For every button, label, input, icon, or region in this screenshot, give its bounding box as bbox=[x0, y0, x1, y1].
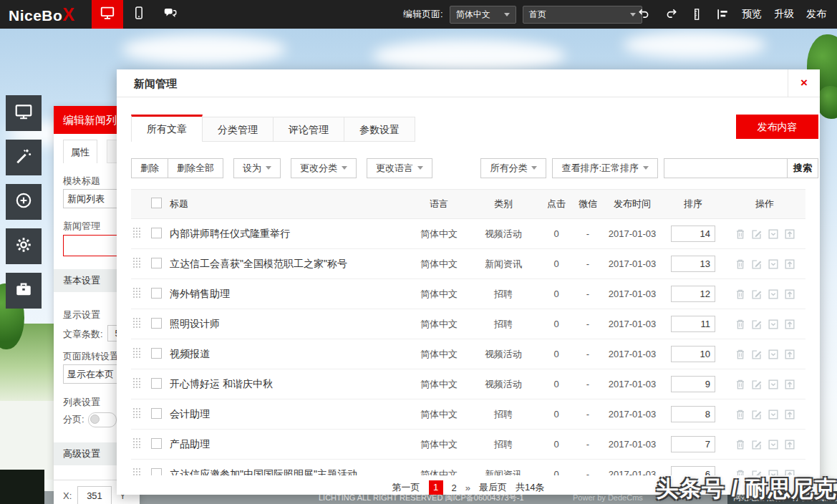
check-icon[interactable] bbox=[767, 408, 780, 421]
page-2-link[interactable]: 2 bbox=[452, 483, 457, 493]
tab-properties[interactable]: 属性 bbox=[63, 140, 97, 163]
drag-handle-icon[interactable] bbox=[132, 317, 141, 329]
x-input[interactable] bbox=[77, 486, 112, 504]
edit-icon[interactable] bbox=[750, 348, 763, 361]
row-title[interactable]: 海外销售助理 bbox=[167, 288, 410, 301]
delete-icon[interactable] bbox=[734, 438, 747, 451]
sidebar-item-settings[interactable] bbox=[6, 228, 42, 264]
check-icon[interactable] bbox=[767, 378, 780, 391]
delete-icon[interactable] bbox=[734, 348, 747, 361]
sort-input[interactable] bbox=[671, 316, 715, 332]
tab-comment-management[interactable]: 评论管理 bbox=[273, 117, 344, 142]
row-checkbox[interactable] bbox=[151, 408, 162, 419]
sidebar-item-desktop[interactable] bbox=[6, 95, 42, 131]
last-page-link[interactable]: 最后页 bbox=[479, 481, 507, 494]
delete-icon[interactable] bbox=[734, 288, 747, 301]
preview-action[interactable]: 预览 bbox=[742, 8, 762, 21]
row-title[interactable]: 立达信工会喜获"全国模范职工之家"称号 bbox=[167, 258, 410, 271]
drag-handle-icon[interactable] bbox=[132, 377, 141, 389]
undo-icon[interactable] bbox=[637, 7, 652, 21]
desktop-view-button[interactable] bbox=[92, 0, 123, 29]
next-pages-link[interactable]: » bbox=[465, 483, 470, 493]
edit-icon[interactable] bbox=[750, 408, 763, 421]
sort-view-dropdown[interactable]: 查看排序:正常排序 bbox=[552, 158, 658, 178]
delete-icon[interactable] bbox=[734, 258, 747, 271]
row-title[interactable]: 照明设计师 bbox=[167, 318, 410, 331]
sort-input[interactable] bbox=[671, 226, 715, 242]
delete-icon[interactable] bbox=[734, 318, 747, 331]
check-icon[interactable] bbox=[767, 348, 780, 361]
sort-input[interactable] bbox=[671, 376, 715, 392]
search-input[interactable] bbox=[664, 158, 788, 178]
move-top-icon[interactable] bbox=[783, 378, 796, 391]
sort-input[interactable] bbox=[671, 286, 715, 302]
page-select[interactable]: 首页 bbox=[523, 6, 642, 24]
delete-icon[interactable] bbox=[734, 228, 747, 241]
publish-content-button[interactable]: 发布内容 bbox=[736, 115, 818, 139]
change-category-dropdown[interactable]: 更改分类 bbox=[291, 158, 357, 178]
select-all-checkbox[interactable] bbox=[151, 198, 162, 208]
sort-input[interactable] bbox=[671, 406, 715, 422]
search-button[interactable]: 搜索 bbox=[787, 158, 818, 178]
edit-icon[interactable] bbox=[750, 258, 763, 271]
move-top-icon[interactable] bbox=[783, 228, 796, 241]
all-categories-dropdown[interactable]: 所有分类 bbox=[480, 158, 546, 178]
check-icon[interactable] bbox=[767, 288, 780, 301]
first-page-link[interactable]: 第一页 bbox=[392, 481, 420, 494]
row-checkbox[interactable] bbox=[151, 348, 162, 359]
sidebar-item-business[interactable] bbox=[6, 273, 42, 309]
check-icon[interactable] bbox=[767, 258, 780, 271]
delete-icon[interactable] bbox=[734, 378, 747, 391]
drag-handle-icon[interactable] bbox=[132, 227, 141, 238]
drag-handle-icon[interactable] bbox=[132, 287, 141, 299]
move-top-icon[interactable] bbox=[783, 318, 796, 331]
row-title[interactable]: 内部讲师聘任仪式隆重举行 bbox=[167, 228, 410, 241]
delete-icon[interactable] bbox=[734, 408, 747, 421]
move-top-icon[interactable] bbox=[783, 348, 796, 361]
change-language-dropdown[interactable]: 更改语言 bbox=[367, 158, 432, 178]
drag-handle-icon[interactable] bbox=[132, 347, 141, 359]
drag-handle-icon[interactable] bbox=[132, 437, 141, 449]
edit-icon[interactable] bbox=[750, 378, 763, 391]
guides-icon[interactable] bbox=[715, 7, 730, 21]
move-top-icon[interactable] bbox=[783, 408, 796, 421]
upgrade-action[interactable]: 升级 bbox=[774, 8, 794, 21]
row-checkbox[interactable] bbox=[151, 318, 162, 329]
row-title[interactable]: 立达信应邀参加"中国国际照明展"主题活动 bbox=[167, 468, 410, 476]
mobile-view-button[interactable] bbox=[123, 0, 155, 29]
set-as-dropdown[interactable]: 设为 bbox=[233, 158, 281, 178]
tab-parameter-settings[interactable]: 参数设置 bbox=[344, 117, 415, 142]
row-checkbox[interactable] bbox=[151, 228, 162, 238]
row-checkbox[interactable] bbox=[151, 378, 162, 389]
drag-handle-icon[interactable] bbox=[132, 407, 141, 419]
ruler-icon[interactable] bbox=[690, 7, 703, 21]
row-title[interactable]: 视频报道 bbox=[167, 348, 410, 361]
edit-icon[interactable] bbox=[750, 318, 763, 331]
tab-all-articles[interactable]: 所有文章 bbox=[131, 115, 203, 142]
row-checkbox[interactable] bbox=[151, 468, 162, 476]
row-checkbox[interactable] bbox=[151, 438, 162, 449]
language-select[interactable]: 简体中文 bbox=[450, 6, 516, 24]
check-icon[interactable] bbox=[767, 438, 780, 451]
edit-icon[interactable] bbox=[750, 438, 763, 451]
delete-all-button[interactable]: 删除全部 bbox=[168, 158, 223, 178]
paging-toggle[interactable] bbox=[88, 412, 117, 427]
row-title[interactable]: 开心博好运 和谐庆中秋 bbox=[167, 378, 410, 391]
drag-handle-icon[interactable] bbox=[132, 257, 141, 268]
row-title[interactable]: 产品助理 bbox=[167, 438, 410, 451]
check-icon[interactable] bbox=[767, 228, 780, 241]
sort-input[interactable] bbox=[671, 346, 715, 362]
comments-button[interactable] bbox=[155, 0, 186, 29]
sidebar-item-add[interactable] bbox=[6, 184, 42, 220]
page-1-current[interactable]: 1 bbox=[429, 480, 443, 495]
delete-button[interactable]: 删除 bbox=[131, 158, 168, 178]
move-top-icon[interactable] bbox=[783, 438, 796, 451]
sort-input[interactable] bbox=[671, 256, 715, 272]
row-checkbox[interactable] bbox=[151, 258, 162, 268]
drag-handle-icon[interactable] bbox=[132, 467, 141, 475]
close-icon[interactable]: × bbox=[788, 69, 820, 97]
check-icon[interactable] bbox=[767, 318, 780, 331]
move-top-icon[interactable] bbox=[783, 288, 796, 301]
publish-action[interactable]: 发布 bbox=[806, 8, 826, 21]
row-title[interactable]: 会计助理 bbox=[167, 408, 410, 421]
